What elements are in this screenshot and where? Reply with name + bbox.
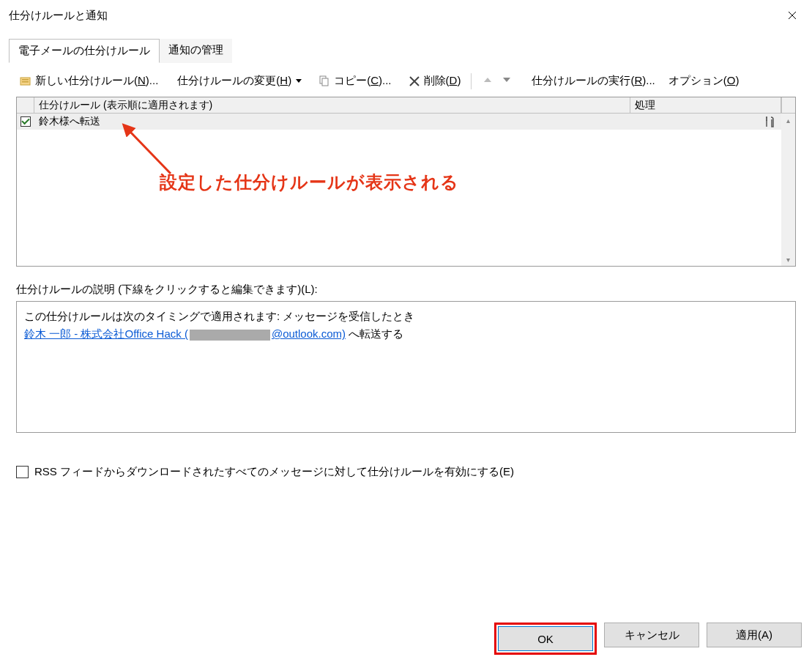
run-rules-button[interactable]: 仕分けルールの実行(R)... <box>529 73 658 89</box>
rule-action-cell <box>630 115 781 128</box>
delete-button[interactable]: 削除(D) <box>405 73 464 89</box>
description-box: この仕分けルールは次のタイミングで適用されます: メッセージを受信したとき 鈴木… <box>16 301 796 433</box>
svg-line-5 <box>128 130 171 174</box>
recipient-link[interactable]: 鈴木 一郎 - 株式会社Office Hack (@outlook.com) <box>24 327 346 340</box>
annotation-text: 設定した仕分けルールが表示される <box>160 171 459 194</box>
description-line1: この仕分けルールは次のタイミングで適用されます: メッセージを受信したとき <box>24 308 788 325</box>
scrollbar[interactable]: ▴ ▾ <box>781 114 795 266</box>
toolbar: 新しい仕分けルール(N)... 仕分けルールの変更(H) コピー(C)... 削… <box>0 62 812 94</box>
description-label: 仕分けルールの説明 (下線をクリックすると編集できます)(L): <box>16 283 796 297</box>
rule-checkbox[interactable] <box>17 116 34 127</box>
delete-icon <box>408 75 421 88</box>
svg-rect-1 <box>22 79 29 81</box>
move-down-button[interactable] <box>498 75 515 86</box>
copy-button[interactable]: コピー(C)... <box>315 73 394 89</box>
triangle-up-icon <box>483 75 492 84</box>
redacted-icon <box>190 330 270 341</box>
change-rule-button[interactable]: 仕分けルールの変更(H) <box>174 73 305 89</box>
svg-rect-4 <box>322 78 328 86</box>
description-line2: 鈴木 一郎 - 株式会社Office Hack (@outlook.com) へ… <box>24 325 788 343</box>
tab-row: 電子メールの仕分けルール 通知の管理 <box>0 31 812 62</box>
rss-checkbox[interactable] <box>16 466 29 478</box>
options-button[interactable]: オプション(O) <box>666 73 742 89</box>
tab-email-rules[interactable]: 電子メールの仕分けルール <box>9 39 160 63</box>
annotation-arrow-icon <box>119 122 185 188</box>
rules-grid: 仕分けルール (表示順に適用されます) 処理 鈴木様へ転送 <box>16 97 796 267</box>
new-rule-icon <box>19 75 32 88</box>
scroll-down-icon[interactable]: ▾ <box>781 253 795 266</box>
rules-alerts-dialog: 仕分けルールと通知 電子メールの仕分けルール 通知の管理 新しい仕分けルール(N… <box>0 0 812 665</box>
svg-rect-2 <box>22 81 29 83</box>
ok-highlight: OK <box>494 623 597 655</box>
titlebar: 仕分けルールと通知 <box>0 0 812 31</box>
triangle-down-icon <box>502 75 511 84</box>
col-processing[interactable]: 処理 <box>630 97 781 113</box>
move-up-button[interactable] <box>479 75 496 86</box>
rule-name-cell: 鈴木様へ転送 <box>34 115 630 128</box>
new-rule-button[interactable]: 新しい仕分けルール(N)... <box>16 73 161 89</box>
rss-label: RSS フィードからダウンロードされたすべてのメッセージに対して仕分けルールを有… <box>34 465 514 479</box>
grid-body[interactable]: 鈴木様へ転送 設定した仕分けルールが表示される <box>17 114 795 266</box>
footer-buttons: OK キャンセル 適用(A) <box>494 623 802 655</box>
copy-icon <box>318 75 331 88</box>
scroll-up-icon[interactable]: ▴ <box>781 114 795 127</box>
table-row[interactable]: 鈴木様へ転送 <box>17 114 795 130</box>
close-icon <box>788 11 797 20</box>
window-title: 仕分けルールと通知 <box>9 9 108 23</box>
grid-header: 仕分けルール (表示順に適用されます) 処理 <box>17 97 795 114</box>
rss-enable-row: RSS フィードからダウンロードされたすべてのメッセージに対して仕分けルールを有… <box>16 465 796 479</box>
close-button[interactable] <box>775 4 809 27</box>
apply-button[interactable]: 適用(A) <box>707 623 802 647</box>
tools-icon <box>764 115 777 128</box>
chevron-down-icon <box>296 79 302 83</box>
tab-manage-alerts[interactable]: 通知の管理 <box>160 39 232 63</box>
ok-button[interactable]: OK <box>498 626 593 651</box>
cancel-button[interactable]: キャンセル <box>604 623 699 647</box>
col-rule-name[interactable]: 仕分けルール (表示順に適用されます) <box>34 97 630 113</box>
